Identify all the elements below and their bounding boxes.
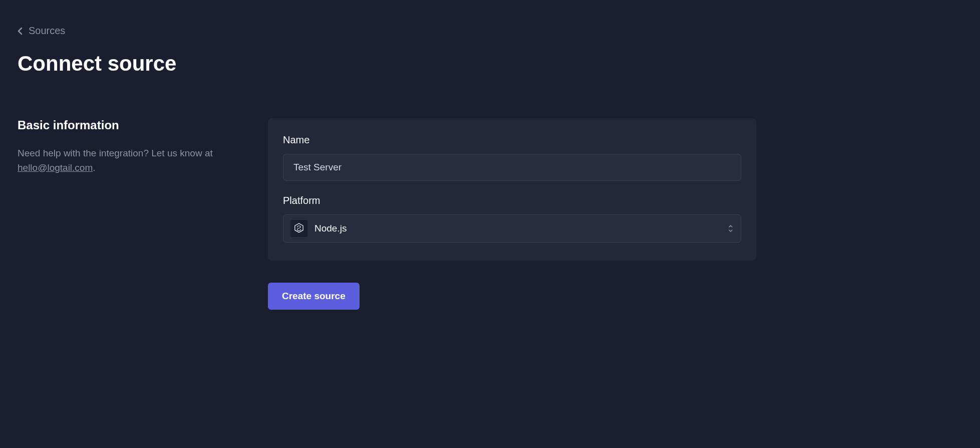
select-arrows-icon <box>728 224 734 233</box>
help-email-link[interactable]: hello@logtail.com <box>18 162 93 173</box>
name-input[interactable] <box>283 154 741 181</box>
platform-label: Platform <box>283 195 741 206</box>
chevron-left-icon <box>18 27 23 35</box>
breadcrumb-label: Sources <box>29 25 65 37</box>
sidebar-info: Basic information Need help with the int… <box>18 118 238 310</box>
breadcrumb-back[interactable]: Sources <box>18 25 962 37</box>
help-text: Need help with the integration? Let us k… <box>18 146 238 175</box>
section-title: Basic information <box>18 118 238 132</box>
page-title: Connect source <box>18 52 962 76</box>
create-source-button[interactable]: Create source <box>268 283 360 310</box>
platform-value: Node.js <box>314 223 721 234</box>
form-card: Name Platform Node.j <box>268 118 756 261</box>
name-label: Name <box>283 134 741 146</box>
help-text-prefix: Need help with the integration? Let us k… <box>18 148 213 158</box>
nodejs-icon <box>290 220 307 237</box>
help-text-suffix: . <box>93 162 95 173</box>
platform-select[interactable]: Node.js <box>283 214 741 243</box>
